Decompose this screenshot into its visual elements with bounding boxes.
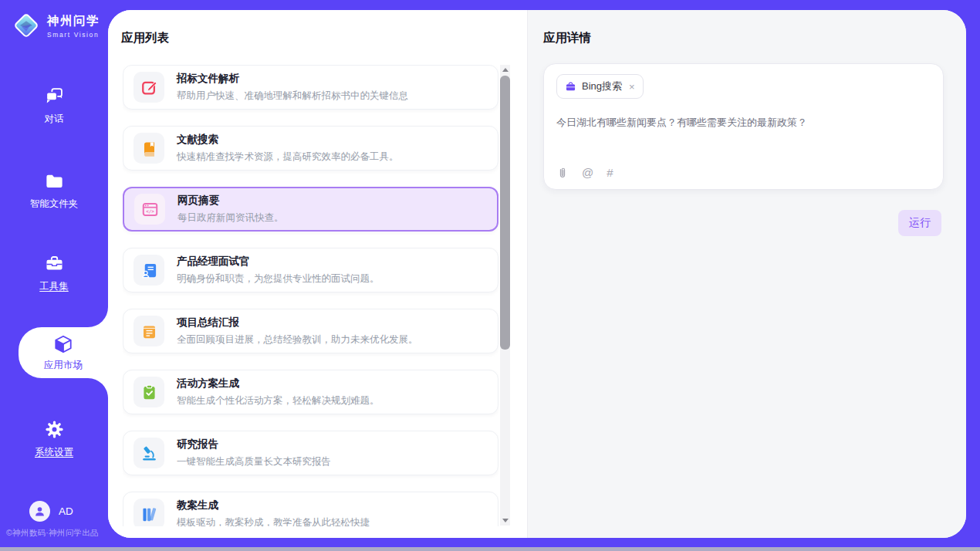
app-icon-box <box>133 133 164 164</box>
app-card[interactable]: 文献搜索 快速精准查找学术资源，提高研究效率的必备工具。 <box>123 126 498 171</box>
logo-subtitle: Smart Vision <box>47 31 100 39</box>
app-name: 招标文件解析 <box>177 72 408 86</box>
app-card[interactable]: 项目总结汇报 全面回顾项目进展，总结经验教训，助力未来优化发展。 <box>123 309 498 353</box>
app-card[interactable]: 活动方案生成 智能生成个性化活动方案，轻松解决规划难题。 <box>123 370 498 414</box>
sidebar-item-label: 系统设置 <box>35 446 73 459</box>
app-detail-title: 应用详情 <box>543 30 591 46</box>
app-card[interactable]: 产品经理面试官 明确身份和职责，为您提供专业性的面试问题。 <box>123 248 498 292</box>
app-description: 模板驱动，教案秒成，教学准备从此轻松快捷 <box>177 516 370 526</box>
scrollbar[interactable] <box>500 65 510 526</box>
briefcase-icon <box>565 81 576 93</box>
sidebar-item-toolset[interactable]: 工具集 <box>0 253 108 293</box>
copyright-text: ©神州数码·神州问学出品 <box>6 528 108 539</box>
sidebar: 神州问学 Smart Vision 对话 智能文件夹 工具集 应用市场 系统设置… <box>0 0 108 551</box>
app-name: 活动方案生成 <box>177 377 380 390</box>
scroll-down-icon[interactable] <box>500 516 510 526</box>
clipboard-check-icon <box>140 384 158 401</box>
user-profile[interactable]: AD <box>29 501 73 522</box>
sidebar-item-label: 智能文件夹 <box>30 198 79 211</box>
app-card[interactable]: 研究报告 一键智能生成高质量长文本研究报告 <box>123 431 498 475</box>
input-toolbar: @ # <box>556 166 613 179</box>
app-name: 项目总结汇报 <box>177 316 418 330</box>
user-name: AD <box>59 505 73 517</box>
scroll-thumb[interactable] <box>500 76 510 350</box>
sidebar-item-smart-folder[interactable]: 智能文件夹 <box>0 171 108 211</box>
tool-tag-label: Bing搜索 <box>582 79 622 93</box>
sidebar-item-chat[interactable]: 对话 <box>0 86 108 126</box>
app-description: 智能生成个性化活动方案，轻松解决规划难题。 <box>177 394 380 407</box>
chat-icon <box>44 86 65 106</box>
app-description: 全面回顾项目进展，总结经验教训，助力未来优化发展。 <box>177 333 418 346</box>
app-list: 招标文件解析 帮助用户快速、准确地理解和解析招标书中的关键信息 文献搜索 快速精… <box>123 65 498 526</box>
content-area: 应用列表 招标文件解析 帮助用户快速、准确地理解和解析招标书中的关键信息 文献搜… <box>108 10 966 538</box>
app-description: 每日政府新闻资讯快查。 <box>177 211 284 225</box>
cube-icon <box>53 334 73 354</box>
sidebar-item-app-market[interactable]: 应用市场 <box>19 327 108 378</box>
prompt-card: Bing搜索 × 今日湖北有哪些新闻要点？有哪些需要关注的最新政策？ @ # <box>543 63 944 190</box>
app-text: 项目总结汇报 全面回顾项目进展，总结经验教训，助力未来优化发展。 <box>177 316 418 346</box>
app-description: 快速精准查找学术资源，提高研究效率的必备工具。 <box>177 150 399 164</box>
app-text: 研究报告 一键智能生成高质量长文本研究报告 <box>177 438 331 468</box>
blob-corner-bottom <box>88 378 108 398</box>
app-description: 一键智能生成高质量长文本研究报告 <box>177 455 331 468</box>
app-detail-panel: 应用详情 Bing搜索 × 今日湖北有哪些新闻要点？有哪些需要关注的最新政策？ … <box>527 10 966 538</box>
logo-icon <box>12 11 41 40</box>
sidebar-item-label: 对话 <box>45 113 64 126</box>
app-name: 教案生成 <box>177 499 370 512</box>
app-text: 教案生成 模板驱动，教案秒成，教学准备从此轻松快捷 <box>177 499 370 526</box>
app-list-panel: 应用列表 招标文件解析 帮助用户快速、准确地理解和解析招标书中的关键信息 文献搜… <box>108 10 527 538</box>
app-icon-box <box>134 194 165 225</box>
app-icon-box <box>133 72 164 103</box>
books-icon <box>140 505 158 523</box>
app-name: 文献搜索 <box>177 133 399 147</box>
app-card[interactable]: 网页摘要 每日政府新闻资讯快查。 <box>123 187 498 232</box>
app-icon-box <box>133 377 164 407</box>
hashtag-icon[interactable]: # <box>607 166 613 179</box>
app-text: 招标文件解析 帮助用户快速、准确地理解和解析招标书中的关键信息 <box>177 72 408 103</box>
sidebar-item-label: 工具集 <box>39 280 69 293</box>
sidebar-item-label: 应用市场 <box>44 359 83 372</box>
window-bottom-edge <box>0 547 980 551</box>
app-icon-box <box>133 438 164 468</box>
logo: 神州问学 Smart Vision <box>12 11 100 40</box>
app-text: 文献搜索 快速精准查找学术资源，提高研究效率的必备工具。 <box>177 133 399 164</box>
browser-code-icon <box>141 201 159 218</box>
scroll-up-icon[interactable] <box>500 65 510 75</box>
app-icon-box <box>133 316 164 346</box>
interview-icon <box>140 262 158 279</box>
app-icon-box <box>133 499 164 526</box>
mention-icon[interactable]: @ <box>582 166 593 179</box>
run-button[interactable]: 运行 <box>898 210 941 236</box>
app-card[interactable]: 教案生成 模板驱动，教案秒成，教学准备从此轻松快捷 <box>123 492 498 526</box>
app-text: 网页摘要 每日政府新闻资讯快查。 <box>177 194 284 225</box>
app-description: 明确身份和职责，为您提供专业性的面试问题。 <box>177 272 380 286</box>
app-icon-box <box>133 255 164 286</box>
tool-tag-bing-search[interactable]: Bing搜索 × <box>556 74 644 99</box>
close-icon[interactable]: × <box>629 81 635 93</box>
app-name: 研究报告 <box>177 438 331 451</box>
logo-title: 神州问学 <box>47 13 100 29</box>
app-list-title: 应用列表 <box>121 30 169 46</box>
microscope-icon <box>140 445 158 462</box>
compose-icon <box>140 79 158 96</box>
prompt-input[interactable]: 今日湖北有哪些新闻要点？有哪些需要关注的最新政策？ <box>556 116 931 130</box>
app-name: 网页摘要 <box>177 194 284 208</box>
blob-corner-top <box>88 307 108 327</box>
book-icon <box>140 140 158 157</box>
app-text: 产品经理面试官 明确身份和职责，为您提供专业性的面试问题。 <box>177 255 380 286</box>
toolbox-icon <box>44 253 65 274</box>
avatar <box>29 501 50 522</box>
app-name: 产品经理面试官 <box>177 255 380 269</box>
sidebar-item-settings[interactable]: 系统设置 <box>0 419 108 459</box>
app-text: 活动方案生成 智能生成个性化活动方案，轻松解决规划难题。 <box>177 377 380 407</box>
app-description: 帮助用户快速、准确地理解和解析招标书中的关键信息 <box>177 90 408 103</box>
folder-icon <box>44 171 65 191</box>
notepad-icon <box>140 323 158 340</box>
user-icon <box>33 505 46 518</box>
gear-icon <box>44 419 65 440</box>
paperclip-icon[interactable] <box>556 167 569 179</box>
logo-text: 神州问学 Smart Vision <box>47 13 100 39</box>
app-card[interactable]: 招标文件解析 帮助用户快速、准确地理解和解析招标书中的关键信息 <box>123 65 498 110</box>
